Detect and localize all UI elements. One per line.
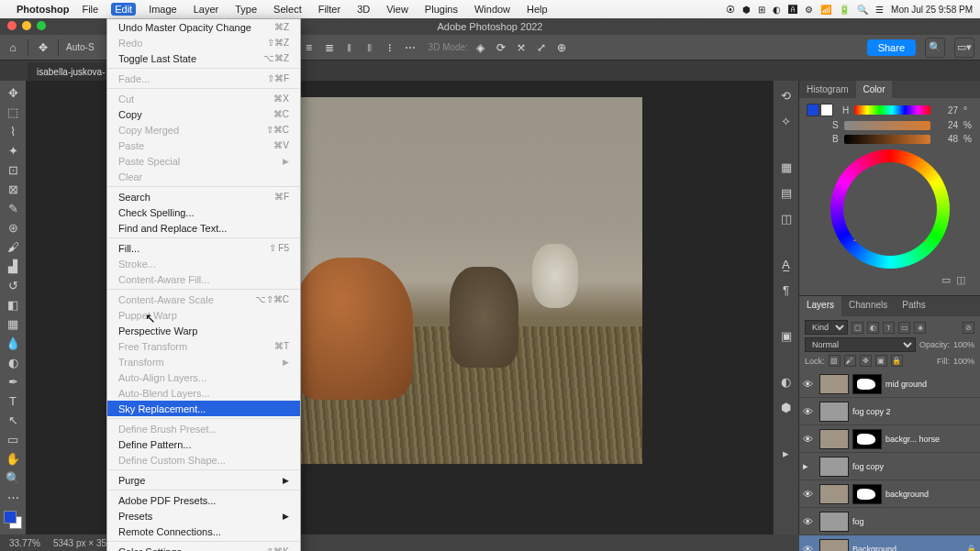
move-tool-icon[interactable]: ✥ [36,40,50,55]
filter-shape-icon[interactable]: ▭ [898,322,910,334]
adjustments-panel-icon[interactable]: ◐ [777,372,796,391]
sat-value[interactable]: 24 [936,120,958,130]
layer-row[interactable]: 👁Background🔒 [799,535,980,551]
3d-icon[interactable]: ⤧ [514,40,529,55]
visibility-eye-icon[interactable]: ▸ [803,460,816,472]
menu-window[interactable]: Window [471,3,514,16]
color-swatch[interactable] [4,511,22,529]
search-button[interactable]: 🔍 [925,38,945,58]
actions-panel-icon[interactable]: ▸ [777,444,796,462]
visibility-eye-icon[interactable]: 👁 [803,544,816,552]
layer-row[interactable]: 👁fog copy 2 [799,398,980,425]
menu-item-define-pattern[interactable]: Define Pattern... [107,436,300,452]
visibility-eye-icon[interactable]: 👁 [803,406,816,417]
share-button[interactable]: Share [867,39,916,56]
menu-3d[interactable]: 3D [353,3,373,16]
libraries-panel-icon[interactable]: ▣ [777,326,796,345]
menu-image[interactable]: Image [145,3,181,16]
maximize-window-button[interactable] [37,21,46,30]
edit-toolbar-icon[interactable]: ⋯ [2,488,24,506]
history-brush-icon[interactable]: ↺ [2,276,24,294]
move-tool-icon[interactable]: ✥ [2,83,24,102]
minimize-window-button[interactable] [22,21,31,30]
layer-mask-thumbnail[interactable] [852,484,882,504]
lock-trans-icon[interactable]: ▨ [829,355,841,367]
auto-select-label[interactable]: Auto-S [66,42,95,52]
menubar-icon[interactable]: 🅰 [788,5,797,15]
lock-all-icon[interactable]: 🔒 [891,355,903,367]
filter-toggle[interactable]: ⊘ [963,322,974,334]
menubar-icon[interactable]: ⦿ [726,5,735,15]
app-name[interactable]: Photoshop [17,4,69,15]
layer-mask-thumbnail[interactable] [852,429,882,449]
bri-value[interactable]: 48 [936,134,958,144]
lock-paint-icon[interactable]: 🖌 [844,355,856,367]
visibility-eye-icon[interactable]: 👁 [803,434,816,445]
layer-name[interactable]: fog copy [852,462,976,471]
distribute-vert-icon[interactable]: ⫴ [362,40,377,55]
histogram-tab[interactable]: Histogram [799,81,856,98]
menu-plugins[interactable]: Plugins [421,3,462,16]
layer-mask-thumbnail[interactable] [852,374,882,394]
workspace-button[interactable]: ▭▾ [954,38,974,58]
visibility-eye-icon[interactable]: 👁 [803,489,816,500]
color-tab[interactable]: Color [856,81,893,98]
menu-select[interactable]: Select [270,3,306,16]
menu-item-toggle-last-state[interactable]: Toggle Last State⌥⌘Z [107,50,300,66]
hue-slider[interactable] [854,105,930,115]
menu-item-presets[interactable]: Presets▶ [107,508,300,523]
align-center-icon[interactable]: ≣ [322,40,337,55]
layer-name[interactable]: fog [852,517,976,526]
character-panel-icon[interactable]: A̲ [777,255,796,273]
opacity-value[interactable]: 100% [953,340,974,349]
pen-tool-icon[interactable]: ✒ [2,372,24,391]
menu-layer[interactable]: Layer [190,3,223,16]
layer-name[interactable]: mid ground [885,380,976,389]
bri-slider[interactable] [844,135,930,144]
color-panel-icon[interactable]: ✧ [777,112,796,130]
blur-tool-icon[interactable]: 💧 [2,334,24,352]
wand-tool-icon[interactable]: ✦ [2,141,24,160]
menu-item-search[interactable]: Search⌘F [107,189,300,204]
menu-item-find-and-replace-text[interactable]: Find and Replace Text... [107,220,300,236]
gradient-tool-icon[interactable]: ▦ [2,314,24,333]
channels-tab[interactable]: Channels [841,296,895,316]
gradients-panel-icon[interactable]: ▤ [777,183,796,202]
hue-value[interactable]: 27 [936,105,958,116]
frame-tool-icon[interactable]: ⊠ [2,180,24,198]
zoom-level[interactable]: 33.77% [9,538,40,548]
menubar-icon[interactable]: 🔋 [839,5,850,15]
bg-swatch[interactable] [820,104,833,116]
color-wheel[interactable] [830,149,950,269]
color-mode-icon[interactable]: ▭ [941,274,951,286]
layer-row[interactable]: 👁fog [799,508,980,535]
fill-value[interactable]: 100% [953,357,974,366]
eyedropper-tool-icon[interactable]: ✎ [2,199,24,217]
layer-thumbnail[interactable] [819,484,849,504]
3d-icon[interactable]: ◈ [473,40,488,55]
lasso-tool-icon[interactable]: ⌇ [2,122,24,140]
filter-pixel-icon[interactable]: ▢ [852,322,863,334]
foreground-color[interactable] [4,511,17,523]
menu-item-color-settings[interactable]: Color Settings...⇧⌘K [107,544,300,551]
menu-filter[interactable]: Filter [315,3,344,16]
menubar-datetime[interactable]: Mon Jul 25 9:58 PM [891,5,973,15]
eraser-tool-icon[interactable]: ◧ [2,295,24,314]
marquee-tool-icon[interactable]: ⬚ [2,103,24,121]
filter-type-icon[interactable]: T [883,322,895,334]
menu-edit[interactable]: Edit [111,3,136,16]
filter-adj-icon[interactable]: ◐ [867,322,879,334]
close-window-button[interactable] [7,21,17,30]
3d-icon[interactable]: ⤢ [534,40,549,55]
hand-tool-icon[interactable]: ✋ [2,449,24,468]
color-mode-icon[interactable]: ◫ [956,274,965,286]
layer-row[interactable]: 👁background [799,480,980,508]
menubar-icon[interactable]: 🔍 [857,5,868,15]
layer-thumbnail[interactable] [819,374,849,394]
lock-pos-icon[interactable]: ✥ [860,355,872,367]
menu-file[interactable]: File [78,3,102,16]
menu-help[interactable]: Help [523,3,551,16]
heal-tool-icon[interactable]: ⊛ [2,218,24,237]
layer-thumbnail[interactable] [819,402,849,422]
menubar-icon[interactable]: ☰ [875,5,884,15]
